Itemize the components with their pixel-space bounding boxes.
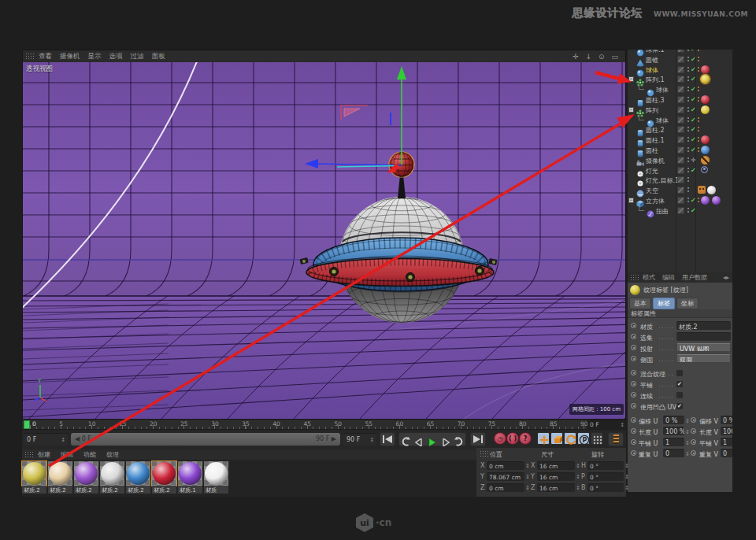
material-label[interactable]: 材质.2 [74,486,98,494]
viewport-menu-5[interactable]: 面板 [152,52,165,61]
key-circle-icon[interactable] [631,428,636,434]
object-row-阵列[interactable]: −阵列✔ [628,105,732,115]
attr-checkbox[interactable]: ✔ [676,381,683,387]
key-position-button[interactable] [537,432,550,445]
key-circle-icon[interactable] [691,428,696,434]
coord-field[interactable]: 0 ° [587,461,624,470]
key-circle-icon[interactable] [691,439,696,445]
material-label[interactable]: 材质 [204,486,228,494]
material-label[interactable]: 材质.2 [152,486,176,494]
render-dots[interactable] [698,87,699,88]
uv-field-u[interactable]: 100 % [663,427,684,435]
panel-handle[interactable] [24,451,33,458]
material-swatch-7[interactable] [204,461,228,486]
enabled-check-icon[interactable]: ✔ [691,117,696,124]
uv-field-v[interactable]: 1 [721,438,732,446]
object-name[interactable]: 球体 [656,117,669,125]
layer-square[interactable] [677,176,684,183]
object-row-立方体[interactable]: −立方体✔ [628,195,732,205]
object-row-圆柱.2[interactable]: 圆柱.2✔ [628,124,732,135]
coord-field[interactable]: 0 ° [587,472,624,481]
object-name[interactable]: 圆柱.2 [646,126,665,135]
object-row-球体[interactable]: 球体✔ [628,84,732,94]
material-swatch-3[interactable] [100,461,124,486]
visibility-dots[interactable] [687,87,689,88]
object-name[interactable]: 灯光.目标.1 [646,176,679,185]
enabled-check-icon[interactable]: ✔ [691,207,696,214]
tab-坐标[interactable]: 坐标 [676,298,699,309]
uv-field-u[interactable]: 1 [663,438,684,446]
attr-field[interactable] [676,332,731,341]
enabled-check-icon[interactable]: ✔ [691,86,696,93]
expand-toggle[interactable]: − [628,198,634,203]
visibility-dots[interactable] [687,76,689,78]
forbidden-icon[interactable] [701,156,710,165]
object-row-扭曲[interactable]: 扭曲✔ [628,205,732,216]
layer-square[interactable] [677,106,684,113]
goto-start-button[interactable] [380,432,395,446]
object-row-阵列.1[interactable]: −阵列.1✔ [628,74,732,84]
object-name[interactable]: 立方体 [646,197,665,205]
history-arrows-icon[interactable]: ◂▸ [723,274,729,281]
next-key-button[interactable] [452,433,465,446]
current-frame-marker[interactable] [24,420,30,429]
enabled-check-icon[interactable]: ✔ [691,167,696,174]
object-name[interactable]: 圆柱.1 [646,136,665,145]
viewport-menu-0[interactable]: 查看 [39,52,52,61]
enabled-check-icon[interactable]: ✔ [691,96,696,103]
object-name[interactable]: 球体 [656,86,669,94]
coord-field[interactable]: 0 cm [487,461,524,470]
viewport-menu-2[interactable]: 显示 [88,52,102,61]
timeline-ruler[interactable]: 051015202530354045505560657075808590 [22,420,587,430]
enabled-check-icon[interactable]: ✔ [691,146,696,153]
key-circle-icon[interactable] [631,370,636,375]
key-parameter-button[interactable]: P [577,432,590,445]
coord-field[interactable]: 0 cm [487,483,524,492]
key-circle-icon[interactable] [631,439,636,445]
material-tag-red[interactable] [701,135,710,144]
render-dots[interactable] [698,117,699,119]
material-label[interactable]: 材质.2 [100,486,124,494]
autokey-button[interactable]: ( ) [506,432,519,445]
layer-square[interactable] [677,207,684,214]
key-rotation-button[interactable] [564,432,576,445]
attr-dropdown[interactable]: UVW 贴图 [676,343,731,352]
prev-key-button[interactable] [399,433,413,446]
material-tag-purple[interactable] [701,196,710,205]
enabled-check-icon[interactable]: ✔ [691,106,696,113]
object-row-天空[interactable]: 天空 [628,185,732,195]
visibility-dots[interactable] [687,107,689,109]
panel-handle[interactable] [630,274,639,281]
visibility-dots[interactable] [687,67,689,68]
material-tag-yellow[interactable] [701,105,710,114]
attr-dropdown[interactable]: 双面 [676,354,731,363]
material-label[interactable]: 材质.2 [126,486,150,494]
visibility-dots[interactable] [687,137,689,139]
object-name[interactable]: 灯光 [646,167,658,176]
layer-square[interactable] [677,157,684,164]
key-circle-icon[interactable] [691,450,696,456]
visibility-dots[interactable] [687,127,689,128]
object-row-灯光.目标.1[interactable]: 灯光.目标.1 [628,175,732,185]
key-circle-icon[interactable] [631,381,636,387]
viewport-menu-1[interactable]: 摄像机 [60,52,80,61]
uv-field-v[interactable]: 0 % [721,416,732,424]
coord-field[interactable]: 78.067 cm [487,472,524,481]
uv-field-v[interactable]: 100 % [721,427,732,435]
layer-square[interactable] [677,136,684,143]
coord-field[interactable]: 16 cm [537,472,575,481]
current-frame-input[interactable]: 0 F↕ [24,433,68,446]
material-swatch-1[interactable] [48,461,72,486]
visibility-dots[interactable] [687,147,689,149]
tab-基本[interactable]: 基本 [629,298,651,309]
record-options-button[interactable]: ? [519,432,532,445]
tab-标签[interactable]: 标签 [653,298,675,309]
play-button[interactable] [426,433,439,446]
uv-field-u[interactable]: 0 % [663,416,684,424]
object-name[interactable]: 阵列.1 [646,76,665,84]
menu-texture[interactable]: 纹理 [106,450,119,459]
render-dots[interactable] [698,198,699,199]
menu-edit[interactable]: 编辑 [662,273,675,282]
layer-square[interactable] [677,66,684,73]
menu-userdata[interactable]: 用户数据 [682,273,707,282]
